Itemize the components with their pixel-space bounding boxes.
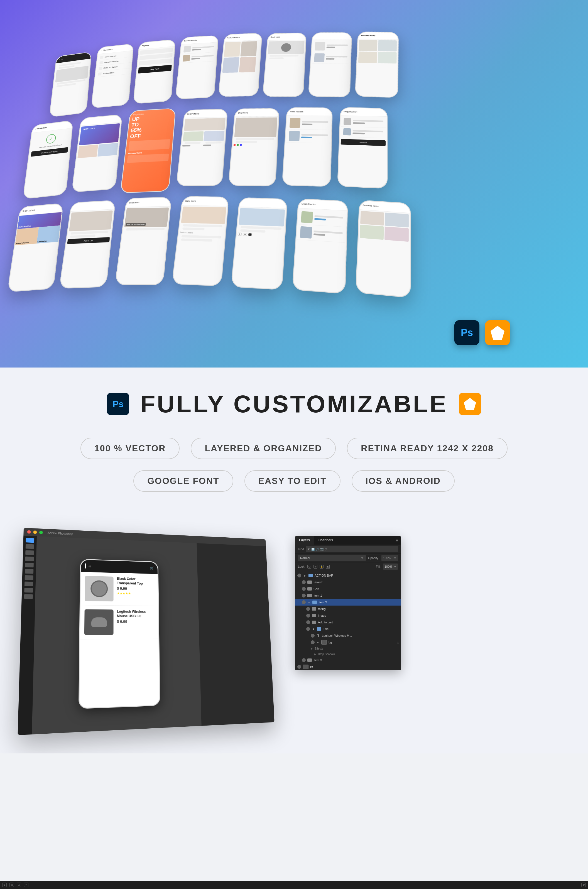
folder-icon (312, 607, 316, 610)
layer-name: Add to cart (318, 621, 399, 624)
tab-channels[interactable]: Channels (314, 536, 337, 544)
layer-expand-icon[interactable]: ▼ (312, 627, 315, 631)
layer-visibility-icon[interactable] (302, 580, 306, 584)
layer-row-item3[interactable]: Item 3 (295, 657, 401, 664)
layer-row-bg[interactable]: ▼ bg fx (295, 639, 401, 646)
fill-input[interactable]: 100% ▼ (383, 564, 398, 570)
layer-visibility-icon[interactable] (302, 587, 306, 591)
layer-visibility-icon[interactable] (311, 640, 315, 644)
layer-name: Title (323, 627, 399, 631)
folder-icon (308, 587, 312, 591)
tab-layers[interactable]: Layers (295, 536, 314, 544)
phone-mockup: Shop Items Product Details (171, 196, 229, 286)
opacity-input[interactable]: 100% ▼ (381, 555, 398, 561)
lock-pixels-btn[interactable]: ⬡ (308, 565, 311, 568)
phone-mockup: SHOP ITEMS (176, 109, 228, 186)
mockup-grid: ← Electronics Men's Fashion Women's Fash… (0, 11, 588, 367)
layer-expand-icon[interactable]: ▼ (316, 641, 320, 644)
layer-row-cart[interactable]: Cart (295, 586, 401, 592)
title-row: Ps FULLY CUSTOMIZABLE (28, 390, 560, 418)
layer-visibility-icon[interactable] (302, 600, 306, 604)
phone-mockup: Payment Pay Now (133, 39, 176, 104)
layer-name: Logitech Wireless M... (322, 634, 399, 637)
sketch-diamond-icon (490, 326, 504, 340)
layer-visibility-icon[interactable] (302, 594, 306, 598)
phone-mockup: ✓ Thank You! ✓ Your order has been confi… (22, 120, 73, 199)
phone-mockup: Electronics (262, 33, 307, 97)
blend-mode-select[interactable]: Normal ▼ (298, 555, 366, 561)
sketch-badge (485, 320, 510, 345)
layer-row-logitech-text[interactable]: T Logitech Wireless M... (295, 632, 401, 639)
layers-panel: Layers Channels ≡ Kind ▼ 🔠 🎵 📷 ⬡ Normal (295, 536, 401, 670)
badge-layered: LAYERED & ORGANIZED (191, 438, 336, 459)
lock-all-btn[interactable]: 🔒 (320, 565, 324, 568)
ps-minimize-btn (33, 531, 37, 534)
phone-mockup: Men's Fashion (282, 107, 333, 187)
folder-icon (317, 627, 321, 631)
layer-visibility-icon[interactable] (306, 614, 310, 618)
layer-name: Item 2 (318, 601, 399, 604)
ps-tool-zoom (24, 588, 33, 592)
badge-easy-edit: EASY TO EDIT (244, 470, 340, 492)
layer-row-item1[interactable]: Item 1 (295, 592, 401, 599)
layer-row-image[interactable]: image (295, 612, 401, 619)
arrow-icon: ▶ (311, 647, 313, 650)
ps-tool-lasso (26, 550, 34, 555)
folder-icon (308, 594, 312, 597)
layer-row-item2[interactable]: ▼ Item 2 (295, 599, 401, 606)
lock-artboard-btn[interactable]: ▣ (326, 565, 330, 568)
image-layer-icon (303, 664, 309, 669)
folder-icon (312, 621, 316, 624)
badge-google-font: GOOGLE FONT (134, 470, 233, 492)
layer-row-add-to-cart[interactable]: Add to cart (295, 619, 401, 626)
sketch-icon (459, 393, 481, 415)
phone-mockup: SHOP ITEMS Men's Fashion Women's Fashion… (7, 203, 64, 292)
badge-vector: 100 % VECTOR (81, 438, 180, 459)
phone-mockup: ← Electronics Men's Fashion Women's Fash… (91, 43, 134, 108)
blend-mode-label: Normal (300, 556, 310, 560)
main-title: FULLY CUSTOMIZABLE (140, 390, 448, 418)
ps-tool-shape (24, 582, 33, 586)
layer-visibility-icon[interactable] (297, 574, 301, 577)
feature-badges-row2: GOOGLE FONT EASY TO EDIT IOS & ANDROID (28, 470, 560, 492)
phone-mockup (49, 51, 92, 117)
layer-name: Cart (314, 587, 399, 591)
layer-expand-icon[interactable]: ▼ (308, 601, 311, 604)
lock-label: Lock: (298, 565, 305, 568)
layer-row-rating[interactable]: rating (295, 606, 401, 612)
layer-visibility-icon[interactable] (306, 627, 310, 631)
ps-tool-brush (25, 563, 34, 567)
layer-row-bg-main[interactable]: BG (295, 664, 401, 670)
layer-row-search[interactable]: Search (295, 579, 401, 586)
tool-badges: Ps (454, 320, 510, 345)
layer-visibility-icon[interactable] (311, 634, 315, 637)
phone-mockup: Men's Fashion (292, 198, 348, 294)
lock-position-btn[interactable]: ✛ (314, 565, 317, 568)
phone-mockup: Featured Items (356, 199, 411, 298)
layer-sub-dropshadow: ▶ Drop Shadow (295, 651, 401, 657)
layer-name: Search (314, 580, 399, 584)
folder-icon (312, 601, 317, 604)
phone-mockup-featured: Shop Items UPTO55%OFF Featured Items (120, 108, 176, 193)
image-layer-icon (321, 640, 327, 645)
ps-tool-select (26, 544, 34, 549)
layer-visibility-icon[interactable] (306, 607, 310, 611)
phone-mockup: Featured Items (218, 33, 262, 97)
kind-select[interactable]: ▼ 🔠 🎵 📷 ⬡ (306, 546, 398, 552)
ps-window-title: Adobe Photoshop (48, 531, 73, 536)
layer-row-action-bar[interactable]: ▶ ACTION BAR (295, 572, 401, 579)
layer-name: Item 1 (314, 594, 399, 597)
layer-visibility-icon[interactable] (297, 665, 301, 669)
phone-mockup: Add to Cart (59, 200, 116, 289)
folder-icon (309, 574, 313, 577)
ps-close-btn (27, 530, 31, 534)
panel-menu-btn[interactable]: ≡ (393, 536, 401, 544)
layer-row-title[interactable]: ▼ Title (295, 626, 401, 632)
ps-maximize-btn (39, 531, 43, 534)
sketch-diamond-sm-icon (464, 398, 476, 410)
badge-retina: RETINA READY 1242 X 2208 (347, 438, 507, 459)
layer-expand-icon[interactable]: ▶ (303, 574, 307, 577)
info-section: Ps FULLY CUSTOMIZABLE 100 % VECTOR LAYER… (0, 367, 588, 514)
layer-visibility-icon[interactable] (302, 658, 306, 662)
layer-visibility-icon[interactable] (306, 620, 310, 624)
